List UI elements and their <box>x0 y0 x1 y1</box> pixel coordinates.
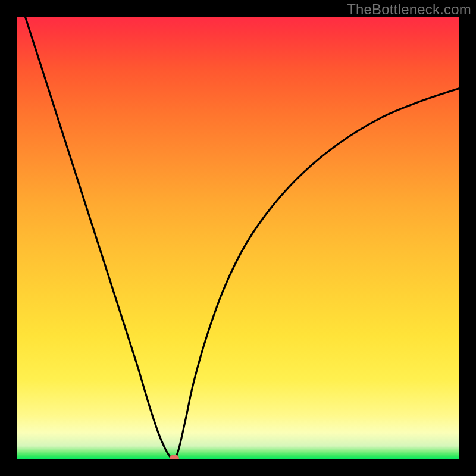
watermark-text: TheBottleneck.com <box>347 1 471 18</box>
marker-dot <box>170 455 179 459</box>
bottleneck-curve-canvas <box>17 17 459 459</box>
chart-frame: TheBottleneck.com <box>0 0 476 476</box>
plot-area <box>17 17 459 459</box>
